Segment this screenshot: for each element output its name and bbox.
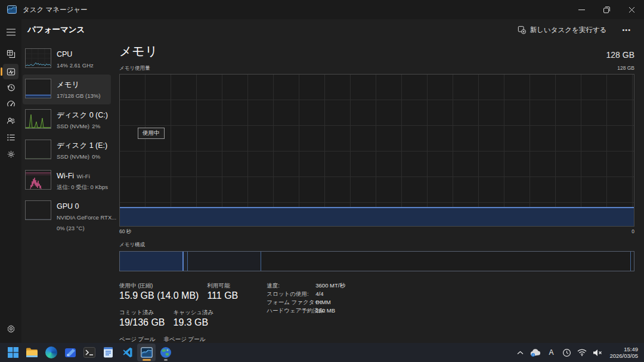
nav-menu-button[interactable] (0, 24, 21, 41)
perf-card-title: ディスク 1 (E:) (57, 141, 107, 150)
window-title: タスク マネージャー (23, 5, 88, 14)
composition-segment-standby[interactable] (188, 252, 261, 271)
maximize-button[interactable] (594, 0, 619, 19)
running-app-indicator (164, 359, 168, 361)
nav-item-services[interactable] (0, 147, 21, 163)
services-icon (7, 150, 16, 159)
perf-card-gpu[interactable]: GPU 0 NVIDIA GeForce RTX... 0% (23 °C) (23, 196, 111, 237)
perf-card-line1: 14% 2.61 GHz (57, 62, 94, 69)
nav-item-users[interactable] (0, 113, 21, 130)
run-new-task-label: 新しいタスクを実行する (530, 26, 607, 35)
hamburger-icon (7, 29, 16, 36)
perf-card-disk1[interactable]: ディスク 1 (E:) SSD (NVMe) 0% (23, 135, 111, 165)
composition-segment-in-use[interactable] (120, 252, 184, 271)
minimize-button[interactable] (569, 0, 594, 19)
memory-panel: メモリ 128 GB メモリ使用量 128 GB 使用中 60 秒 0 メモリ構… (119, 43, 634, 343)
terminal-icon (83, 347, 95, 358)
nav-item-processes[interactable] (0, 47, 21, 63)
edge-icon (45, 346, 57, 358)
perf-card-cpu[interactable]: CPU 14% 2.61 GHz (23, 44, 111, 74)
taskbar-task-manager[interactable] (137, 344, 156, 361)
memory-usage-chart[interactable]: 使用中 (119, 74, 634, 227)
tray-chevron-button[interactable] (513, 344, 527, 361)
usage-hover-tooltip: 使用中 (138, 128, 165, 139)
run-new-task-button[interactable]: 新しいタスクを実行する (513, 23, 612, 38)
perf-card-line1: SSD (NVMe) (57, 153, 89, 160)
detail-slots-used: スロットの使用: 4/4 (267, 290, 345, 298)
blue-box-app-icon (64, 346, 76, 358)
restore-icon (603, 7, 610, 13)
desktop: タスク マネージャー (0, 0, 644, 362)
taskbar-notepad[interactable] (99, 344, 117, 361)
nav-rail (0, 19, 21, 343)
nav-item-startup-apps[interactable] (0, 97, 21, 113)
taskbar-terminal[interactable] (80, 344, 98, 361)
tray-wifi[interactable] (575, 344, 589, 361)
perf-card-line1: NVIDIA GeForce RTX... (57, 214, 116, 221)
windows-start-icon (7, 346, 19, 358)
onedrive-cloud-icon: i (530, 349, 541, 357)
taskbar-start-button[interactable] (4, 344, 22, 361)
tray-volume-muted[interactable] (590, 344, 605, 361)
nav-selected-accent (1, 67, 2, 76)
close-button[interactable] (619, 0, 644, 19)
chevron-up-icon (517, 351, 524, 355)
chart-label: メモリ使用量 (119, 65, 150, 72)
performance-icon (7, 67, 16, 76)
task-manager-app-icon (7, 5, 17, 14)
clock-date: 2026/03/05 (609, 352, 638, 359)
file-explorer-icon (26, 347, 38, 358)
taskbar-edge[interactable] (42, 344, 60, 361)
nav-item-performance[interactable] (0, 63, 21, 80)
settings-gear-icon (7, 324, 16, 333)
nav-item-details[interactable] (0, 130, 21, 147)
caption-buttons (569, 0, 644, 19)
disk0-mini-chart (25, 109, 51, 129)
more-options-button[interactable]: ••• (617, 24, 636, 36)
details-icon (7, 133, 16, 142)
taskbar-blue-box-app[interactable] (61, 344, 79, 361)
stat-in-use: 使用中 (圧縮) 15.9 GB (14.0 MB) (119, 281, 199, 302)
notepad-icon (103, 346, 113, 358)
taskbar: i A 15:49 2026/03/05 (0, 343, 644, 362)
memory-title: メモリ (119, 43, 157, 60)
perf-card-line1: Wi-Fi (77, 173, 90, 180)
perf-card-disk0[interactable]: ディスク 0 (C:) SSD (NVMe) 2% (23, 105, 111, 135)
x-axis-left-label: 60 秒 (119, 228, 131, 236)
ime-mode-indicator[interactable]: A (544, 344, 558, 361)
detail-speed: 速度: 3600 MT/秒 (267, 281, 345, 290)
taskbar-vscode[interactable] (118, 344, 137, 361)
taskbar-clock[interactable]: 15:49 2026/03/05 (606, 346, 638, 359)
task-manager-icon (141, 347, 153, 358)
tray-onedrive[interactable]: i (528, 344, 543, 361)
stat-available: 利用可能 111 GB (207, 281, 238, 302)
wifi-icon (577, 349, 587, 356)
stat-cached: キャッシュ済み 19.3 GB (174, 308, 214, 329)
nav-item-app-history[interactable] (0, 80, 21, 97)
page-title: パフォーマンス (27, 24, 85, 35)
detail-form-factor: フォーム ファクター: DIMM (267, 298, 345, 307)
tray-app-icon[interactable] (559, 344, 574, 361)
close-icon (628, 7, 635, 13)
composition-segment-modified[interactable] (184, 252, 188, 271)
vscode-icon (122, 346, 134, 358)
volume-muted-icon (593, 349, 602, 357)
chart-max-label: 128 GB (617, 65, 634, 72)
memory-usage-area (120, 207, 634, 226)
globe-app-icon (160, 346, 172, 358)
perf-card-title: CPU (57, 50, 72, 58)
taskbar-globe-app[interactable] (156, 344, 175, 361)
history-icon (7, 83, 16, 92)
titlebar: タスク マネージャー (0, 0, 644, 19)
performance-sidebar: CPU 14% 2.61 GHz メモリ 17/128 GB (13%) (23, 44, 111, 237)
cpu-mini-chart (25, 48, 51, 68)
nav-item-settings[interactable] (0, 320, 21, 337)
perf-card-memory[interactable]: メモリ 17/128 GB (13%) (23, 75, 111, 104)
active-app-indicator (143, 359, 151, 361)
taskbar-file-explorer[interactable] (23, 344, 41, 361)
memory-composition-bar[interactable] (119, 251, 634, 271)
perf-card-wifi[interactable]: Wi-Fi Wi-Fi 送信: 0 受信: 0 Kbps (23, 166, 111, 196)
composition-segment-hardware-reserved[interactable] (631, 252, 634, 271)
minimize-icon (578, 7, 585, 13)
composition-segment-free[interactable] (261, 252, 631, 271)
